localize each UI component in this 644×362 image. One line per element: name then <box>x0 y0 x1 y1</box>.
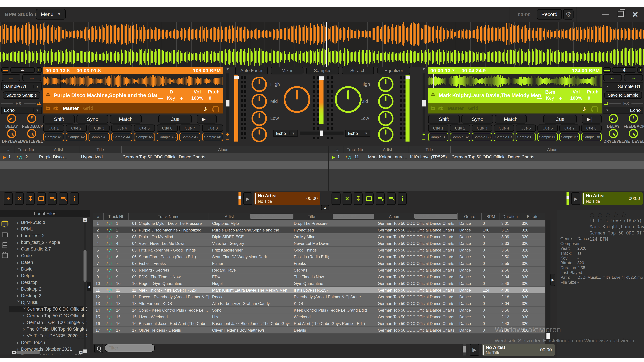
table-row[interactable]: 12♪♫1212. Rocco - Everybody (Arnold Palm… <box>93 293 545 300</box>
master-waveform-deck-b[interactable] <box>0 47 644 67</box>
deck-b-eq-knob-4[interactable] <box>378 127 394 142</box>
source-playlists-button[interactable] <box>1 231 9 239</box>
tree-item-german-top-50-odc-official-dance[interactable]: ›German Top 50 ODC Official Dance <box>23 306 87 313</box>
deck-b-sample-7-button[interactable]: Sample B7 <box>559 133 580 141</box>
table-col-name[interactable]: Track Name <box>129 214 208 219</box>
deck-b-sample-2-button[interactable]: Sample B2 <box>450 133 470 141</box>
deck-b-scroll-thumb[interactable] <box>422 100 426 106</box>
tree-item-camstudio-2-7[interactable]: ›CamStudio 2.7 <box>17 246 87 252</box>
deck-a-fx-select[interactable]: Echo▼ <box>1 107 42 114</box>
close-button[interactable]: ✕ <box>631 10 639 19</box>
deck-b-open-folder-button[interactable] <box>364 192 374 205</box>
tree-scroll-up-button[interactable]: ▲ <box>83 218 87 222</box>
minimize-button[interactable]: — <box>601 10 610 18</box>
table-row[interactable]: 5♪♫505. Fritz Kalkbrenner - Good ThingsF… <box>93 247 545 253</box>
deck-a-cue-2-button[interactable]: Cue 2 <box>66 124 87 132</box>
deck-b-cue-8-button[interactable]: Cue 8 <box>581 124 602 132</box>
deck-a-play-button[interactable]: ▶❘❘ <box>197 115 217 123</box>
deck-b-loop-icon[interactable]: ⇆ <box>430 105 437 111</box>
source-local-button[interactable] <box>1 220 9 228</box>
deck-a-cue-6-button[interactable]: Cue 6 <box>157 124 178 132</box>
deck-a-sample-7-button[interactable]: Sample A7 <box>179 133 200 141</box>
deck-b-beat-minus-button[interactable]: — <box>603 67 611 73</box>
deck-b-sync-button[interactable]: Sync <box>462 115 493 123</box>
deck-b-save-to-sample-button[interactable]: Save to Sample <box>604 91 642 99</box>
tree-item-dj-musik[interactable]: ›Dj Musik <box>17 299 87 306</box>
deck-b-eq-knob-2[interactable] <box>378 94 394 109</box>
deck-b-remove-button[interactable]: × <box>342 192 352 205</box>
deck-a-fx-refresh-icon[interactable]: ⇄ <box>36 101 42 106</box>
table-col-title[interactable]: Title <box>290 214 333 219</box>
deck-b-key-minus-button[interactable]: — <box>537 95 543 101</box>
deck-b-cue-5-button[interactable]: Cue 5 <box>516 124 536 132</box>
deck-b-shuffle-icon[interactable]: ⇄ <box>438 104 445 112</box>
tree-item-the-official-uk-top-40-singles-char[interactable]: ›The Official UK Top 40 Singles Char <box>23 326 87 333</box>
tree-item-desktop-2[interactable]: ›Desktop 2 <box>17 292 87 299</box>
deck-b-play-button[interactable]: ▶❘❘ <box>582 115 602 123</box>
tree-item-code[interactable]: ›Code <box>17 252 87 259</box>
tree-item-german-top-50-odc-official-dance[interactable]: ›German Top 50 ODC Official Dance <box>23 313 87 319</box>
deck-b-sample-8-button[interactable]: Sample B8 <box>581 133 602 141</box>
deck-b-match-button[interactable]: Match <box>495 115 526 123</box>
tab-scratch[interactable]: Scratch <box>342 67 374 74</box>
deck-a-effect-select[interactable]: Echo▼ <box>274 130 298 137</box>
deck-b-eject-icon[interactable] <box>430 92 436 99</box>
crossfader-thumb[interactable] <box>320 130 323 136</box>
tree-item-bpm-test-2-kopie[interactable]: ›bpm_test_2 - Kopie <box>17 239 87 246</box>
deck-b-drylevel-knob[interactable] <box>608 129 618 138</box>
menu-button[interactable]: Menu ▼ <box>36 9 66 19</box>
deck-a-cue-8-button[interactable]: Cue 8 <box>202 124 223 132</box>
deck-b-cue-7-button[interactable]: Cue 7 <box>559 124 580 132</box>
tree-vscroll-thumb[interactable] <box>84 250 86 282</box>
table-col-bitrate[interactable]: Bitrate <box>520 214 545 219</box>
deck-a-zoom-out-button[interactable]: – <box>225 137 231 142</box>
table-row[interactable]: 10♪♫1010. Hugel - Gym QuarantineHugelGym… <box>93 280 545 287</box>
table-filter-title[interactable] <box>333 214 374 219</box>
deck-a-sample-2-button[interactable]: Sample A2 <box>66 133 87 141</box>
tree-item-delphi[interactable]: ›Delphi <box>17 272 87 279</box>
deck-b-playlist-row[interactable]: ▶1♪♫11Mark Knight,Laura ...If It's Love … <box>329 153 644 161</box>
collapse-panel-button[interactable]: ▲ <box>321 205 329 210</box>
deck-b-sample-1-button[interactable]: Sample B1 <box>428 133 448 141</box>
channel-b-fader[interactable] <box>406 75 410 142</box>
progress-cursor[interactable] <box>583 193 584 204</box>
settings-button[interactable]: ⚙ <box>563 9 574 19</box>
tree-item-german-top-100-single-charts-k[interactable]: ›German_TOP_100_Single_Charts_K <box>23 319 87 326</box>
trim-fader[interactable] <box>319 76 324 124</box>
table-col-genre[interactable]: Genre <box>458 214 482 219</box>
deck-b-sample-5-button[interactable]: Sample B5 <box>516 133 536 141</box>
deck-b-playlist-add-button[interactable]: + <box>376 192 385 205</box>
filter-input[interactable] <box>105 344 155 352</box>
deck-a-cue-1-button[interactable]: Cue 1 <box>43 124 64 132</box>
table-row[interactable]: 14♪♫1414. Sono - Keep Control Plus (Fedd… <box>93 307 545 314</box>
deck-b-fx-select[interactable]: Echo▼ <box>603 107 643 114</box>
deck-b-effect-select[interactable]: Echo▼ <box>346 130 370 137</box>
tree-scroll-left-button[interactable]: ◀ <box>12 351 16 354</box>
deck-b-shift-button[interactable]: Shift <box>428 115 460 123</box>
deck-b-playlist-remove-button[interactable]: × <box>387 192 396 205</box>
deck-b-gain-knob[interactable] <box>335 86 362 113</box>
deck-b-track-waveform[interactable]: C <box>428 74 602 88</box>
deck-b-import-button[interactable]: ↧ <box>354 192 362 205</box>
table-filter-artist[interactable] <box>250 214 294 219</box>
tree-item-va-tiktok-dance-2020-best-da[interactable]: ›VA-TikTok_DANCE_2020_-_Best_Da <box>23 333 87 339</box>
deck-a-sample-8-button[interactable]: Sample A8 <box>202 133 223 141</box>
table-row[interactable]: 1♪♫101. Claptone Mylo - Drop The Pressur… <box>93 220 545 227</box>
deck-b-seek-back-button[interactable]: ← <box>603 74 622 81</box>
fader-thumb[interactable] <box>405 76 410 79</box>
source-documents-button[interactable] <box>1 241 9 249</box>
table-row[interactable]: 16♪♫1616. Basement Jaxx - Red Alert (The… <box>93 320 545 327</box>
deck-b-sample-slot-select[interactable]: Sample B1▼ <box>603 82 643 90</box>
tab-equalizer[interactable]: Equalizer <box>378 67 410 74</box>
table-row[interactable]: 3♪♫303. Diplo - On My MindDiplo,SIDEPIEC… <box>93 233 545 240</box>
tree-item-bpm1[interactable]: ›BPM1 <box>17 226 87 232</box>
tab-auto-fader[interactable]: Auto Fader <box>235 67 268 74</box>
table-col-bpm[interactable]: BPM <box>482 214 500 219</box>
table-row[interactable]: 15♪♫1515. Lizot - WeekendLizotWeekendGer… <box>93 314 545 320</box>
deck-a-wetlevel-knob[interactable] <box>27 129 36 138</box>
deck-a-sample-1-button[interactable]: Sample A1 <box>43 133 64 141</box>
deck-a-loop-icon[interactable]: ⇆ <box>46 105 52 111</box>
deck-b-zoom-out-button[interactable]: – <box>421 137 427 142</box>
table-row[interactable]: 13♪♫1313. Alle Farben - KIDSAlle Farben,… <box>93 300 545 307</box>
deck-b-sample-4-button[interactable]: Sample B4 <box>494 133 514 141</box>
